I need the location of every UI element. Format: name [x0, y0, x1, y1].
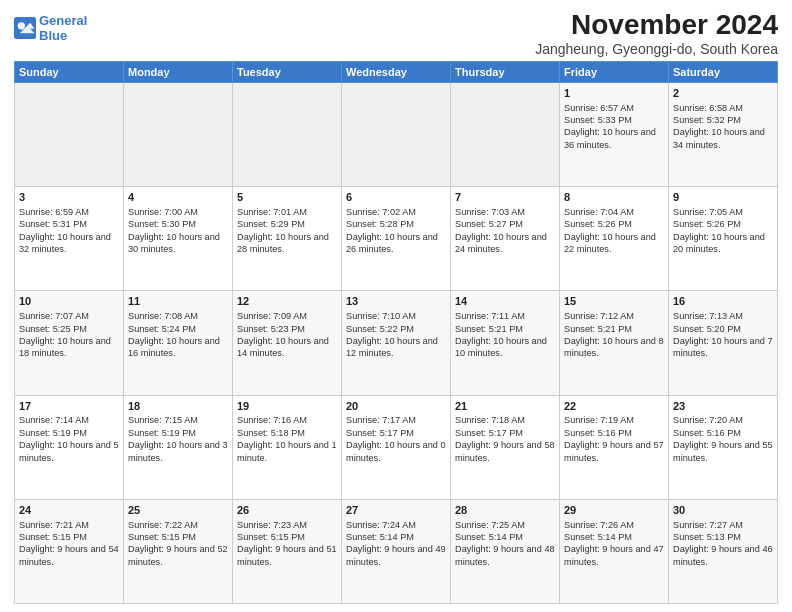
page: General Blue November 2024 Jangheung, Gy…	[0, 0, 792, 612]
day-info: Daylight: 10 hours and 28 minutes.	[237, 231, 337, 256]
title-block: November 2024 Jangheung, Gyeonggi-do, So…	[535, 10, 778, 57]
calendar-cell: 2Sunrise: 6:58 AMSunset: 5:32 PMDaylight…	[669, 82, 778, 186]
day-info: Sunrise: 7:02 AM	[346, 206, 446, 218]
day-number: 11	[128, 294, 228, 309]
day-info: Daylight: 10 hours and 5 minutes.	[19, 439, 119, 464]
day-info: Sunset: 5:21 PM	[455, 323, 555, 335]
day-info: Daylight: 10 hours and 14 minutes.	[237, 335, 337, 360]
weekday-header-thursday: Thursday	[451, 61, 560, 82]
day-info: Sunrise: 7:04 AM	[564, 206, 664, 218]
day-info: Daylight: 10 hours and 7 minutes.	[673, 335, 773, 360]
day-info: Daylight: 10 hours and 1 minute.	[237, 439, 337, 464]
day-info: Daylight: 10 hours and 24 minutes.	[455, 231, 555, 256]
calendar-cell: 17Sunrise: 7:14 AMSunset: 5:19 PMDayligh…	[15, 395, 124, 499]
day-info: Sunrise: 7:17 AM	[346, 414, 446, 426]
day-number: 29	[564, 503, 664, 518]
day-info: Sunrise: 7:05 AM	[673, 206, 773, 218]
day-info: Daylight: 9 hours and 58 minutes.	[455, 439, 555, 464]
calendar-cell: 22Sunrise: 7:19 AMSunset: 5:16 PMDayligh…	[560, 395, 669, 499]
day-info: Sunset: 5:13 PM	[673, 531, 773, 543]
calendar-cell: 3Sunrise: 6:59 AMSunset: 5:31 PMDaylight…	[15, 187, 124, 291]
day-info: Sunrise: 7:08 AM	[128, 310, 228, 322]
weekday-header-saturday: Saturday	[669, 61, 778, 82]
calendar-cell: 25Sunrise: 7:22 AMSunset: 5:15 PMDayligh…	[124, 499, 233, 603]
calendar-cell	[15, 82, 124, 186]
day-info: Daylight: 10 hours and 32 minutes.	[19, 231, 119, 256]
day-info: Sunset: 5:27 PM	[455, 218, 555, 230]
day-info: Sunrise: 7:03 AM	[455, 206, 555, 218]
weekday-header-wednesday: Wednesday	[342, 61, 451, 82]
day-number: 23	[673, 399, 773, 414]
weekday-header-row: SundayMondayTuesdayWednesdayThursdayFrid…	[15, 61, 778, 82]
calendar-cell: 10Sunrise: 7:07 AMSunset: 5:25 PMDayligh…	[15, 291, 124, 395]
svg-point-2	[18, 22, 25, 29]
header: General Blue November 2024 Jangheung, Gy…	[14, 10, 778, 57]
day-number: 25	[128, 503, 228, 518]
calendar-cell	[124, 82, 233, 186]
calendar-cell: 19Sunrise: 7:16 AMSunset: 5:18 PMDayligh…	[233, 395, 342, 499]
day-number: 15	[564, 294, 664, 309]
calendar-cell: 29Sunrise: 7:26 AMSunset: 5:14 PMDayligh…	[560, 499, 669, 603]
calendar-cell: 11Sunrise: 7:08 AMSunset: 5:24 PMDayligh…	[124, 291, 233, 395]
day-info: Sunset: 5:15 PM	[19, 531, 119, 543]
day-number: 18	[128, 399, 228, 414]
day-info: Sunrise: 7:07 AM	[19, 310, 119, 322]
day-info: Sunset: 5:14 PM	[455, 531, 555, 543]
weekday-header-friday: Friday	[560, 61, 669, 82]
day-info: Sunset: 5:17 PM	[455, 427, 555, 439]
day-info: Daylight: 10 hours and 10 minutes.	[455, 335, 555, 360]
day-info: Sunrise: 7:10 AM	[346, 310, 446, 322]
day-number: 17	[19, 399, 119, 414]
calendar-cell: 5Sunrise: 7:01 AMSunset: 5:29 PMDaylight…	[233, 187, 342, 291]
day-info: Sunrise: 7:27 AM	[673, 519, 773, 531]
day-info: Sunset: 5:33 PM	[564, 114, 664, 126]
day-info: Daylight: 10 hours and 3 minutes.	[128, 439, 228, 464]
calendar-week-2: 10Sunrise: 7:07 AMSunset: 5:25 PMDayligh…	[15, 291, 778, 395]
calendar-cell	[342, 82, 451, 186]
day-info: Sunset: 5:16 PM	[673, 427, 773, 439]
logo-text: General Blue	[39, 14, 87, 44]
calendar-cell: 9Sunrise: 7:05 AMSunset: 5:26 PMDaylight…	[669, 187, 778, 291]
day-info: Daylight: 10 hours and 36 minutes.	[564, 126, 664, 151]
day-info: Sunset: 5:32 PM	[673, 114, 773, 126]
day-info: Sunrise: 7:14 AM	[19, 414, 119, 426]
calendar-cell: 24Sunrise: 7:21 AMSunset: 5:15 PMDayligh…	[15, 499, 124, 603]
day-info: Sunset: 5:26 PM	[673, 218, 773, 230]
calendar-table: SundayMondayTuesdayWednesdayThursdayFrid…	[14, 61, 778, 604]
day-number: 30	[673, 503, 773, 518]
month-title: November 2024	[535, 10, 778, 41]
day-info: Sunset: 5:28 PM	[346, 218, 446, 230]
day-info: Sunset: 5:29 PM	[237, 218, 337, 230]
day-info: Sunset: 5:26 PM	[564, 218, 664, 230]
calendar-cell: 14Sunrise: 7:11 AMSunset: 5:21 PMDayligh…	[451, 291, 560, 395]
day-info: Sunset: 5:21 PM	[564, 323, 664, 335]
day-number: 10	[19, 294, 119, 309]
day-info: Daylight: 10 hours and 12 minutes.	[346, 335, 446, 360]
day-info: Sunrise: 7:19 AM	[564, 414, 664, 426]
logo-line1: General	[39, 13, 87, 28]
day-info: Daylight: 10 hours and 0 minutes.	[346, 439, 446, 464]
day-info: Sunset: 5:14 PM	[346, 531, 446, 543]
day-info: Sunrise: 7:16 AM	[237, 414, 337, 426]
day-info: Sunrise: 7:11 AM	[455, 310, 555, 322]
day-number: 1	[564, 86, 664, 101]
day-number: 5	[237, 190, 337, 205]
day-info: Daylight: 10 hours and 30 minutes.	[128, 231, 228, 256]
day-info: Sunrise: 7:24 AM	[346, 519, 446, 531]
calendar-week-4: 24Sunrise: 7:21 AMSunset: 5:15 PMDayligh…	[15, 499, 778, 603]
day-number: 27	[346, 503, 446, 518]
day-info: Sunset: 5:15 PM	[128, 531, 228, 543]
day-info: Daylight: 10 hours and 22 minutes.	[564, 231, 664, 256]
day-number: 7	[455, 190, 555, 205]
weekday-header-monday: Monday	[124, 61, 233, 82]
day-info: Daylight: 9 hours and 47 minutes.	[564, 543, 664, 568]
day-info: Sunset: 5:30 PM	[128, 218, 228, 230]
logo-icon	[14, 17, 36, 39]
day-info: Daylight: 9 hours and 51 minutes.	[237, 543, 337, 568]
day-info: Sunrise: 7:13 AM	[673, 310, 773, 322]
day-number: 22	[564, 399, 664, 414]
day-info: Daylight: 10 hours and 34 minutes.	[673, 126, 773, 151]
calendar-cell: 1Sunrise: 6:57 AMSunset: 5:33 PMDaylight…	[560, 82, 669, 186]
day-number: 21	[455, 399, 555, 414]
calendar-cell	[451, 82, 560, 186]
